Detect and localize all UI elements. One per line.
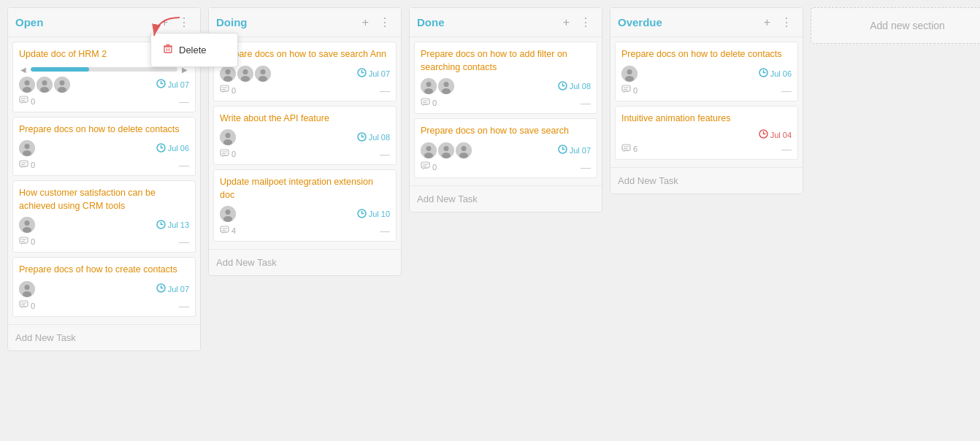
table-row[interactable]: Prepare docs on how to add filter on sea… [414, 42, 597, 114]
svg-rect-69 [221, 150, 229, 156]
task-date-text: Jul 04 [770, 131, 792, 139]
table-row[interactable]: Prepare docs on how to delete contacts J… [12, 117, 196, 177]
task-avatars [220, 66, 271, 82]
task-title: Prepare docs of how to create contacts [19, 264, 189, 277]
comment-icon [19, 96, 28, 107]
column-header-actions-overdue: +⋮ [761, 14, 795, 31]
delete-column-button[interactable]: Delete [151, 38, 237, 62]
task-footer: 0— [19, 236, 189, 248]
task-collapse-button[interactable]: — [179, 159, 189, 171]
svg-point-22 [25, 144, 30, 149]
add-task-icon-done[interactable]: + [560, 15, 573, 31]
svg-point-74 [223, 216, 232, 222]
task-collapse-button[interactable]: — [581, 161, 591, 173]
column-menu-icon-done[interactable]: ⋮ [577, 14, 594, 31]
table-row[interactable]: Update mailpoet integration extension do… [213, 169, 397, 242]
date-clock-icon [357, 209, 367, 220]
column-dropdown-menu: Delete [150, 33, 238, 67]
svg-point-31 [25, 220, 30, 226]
task-avatars [621, 66, 638, 82]
column-menu-icon-overdue[interactable]: ⋮ [778, 14, 795, 31]
column-done: Done+⋮Prepare docs on how to add filter … [409, 7, 602, 212]
add-task-icon-doing[interactable]: + [359, 15, 372, 31]
task-date-text: Jul 13 [168, 220, 189, 229]
task-collapse-button[interactable]: — [179, 96, 189, 107]
task-title: Write about the API feature [220, 112, 390, 126]
comment-number: 0 [31, 97, 35, 106]
column-menu-icon-doing[interactable]: ⋮ [376, 14, 394, 31]
svg-point-55 [261, 69, 266, 74]
task-avatars [19, 140, 35, 156]
task-meta: Jul 07 [220, 66, 390, 82]
svg-point-82 [426, 82, 432, 87]
svg-point-50 [223, 76, 232, 82]
comment-icon [621, 144, 631, 155]
delete-icon [163, 44, 173, 56]
task-comment-count: 0 [220, 149, 236, 160]
task-collapse-button[interactable]: — [581, 97, 591, 109]
add-section-button[interactable]: Add new section [811, 7, 980, 44]
column-header-doing: Doing+⋮ [209, 8, 401, 37]
comment-number: 6 [633, 145, 638, 153]
svg-point-53 [241, 76, 250, 82]
task-collapse-button[interactable]: — [781, 85, 792, 96]
avatar [19, 281, 35, 297]
svg-rect-114 [622, 85, 630, 91]
table-row[interactable]: Prepare docs on how to delete contacts J… [615, 42, 798, 101]
task-collapse-button[interactable]: — [179, 300, 189, 312]
task-comment-count: 0 [421, 98, 437, 109]
task-date-badge: Jul 06 [759, 68, 792, 79]
date-clock-icon [558, 145, 567, 156]
avatar [220, 66, 236, 82]
task-date-badge: Jul 06 [156, 143, 189, 154]
add-task-icon-overdue[interactable]: + [761, 15, 773, 31]
add-new-task-button[interactable]: Add New Task [610, 167, 803, 193]
task-comment-count: 0 [220, 85, 236, 96]
table-row[interactable]: Intuitive animation features Jul 04 6— [615, 106, 798, 161]
progress-bar-fill [31, 67, 89, 72]
task-avatars [421, 78, 454, 94]
avatar [237, 66, 253, 82]
add-new-task-button[interactable]: Add New Task [209, 249, 401, 275]
column-overdue: Overdue+⋮Prepare docs on how to delete c… [610, 7, 803, 194]
svg-point-41 [23, 291, 31, 297]
task-footer: 0— [421, 161, 591, 173]
svg-point-94 [426, 146, 432, 151]
table-row[interactable]: Prepare docs on how to save search Jul 0… [414, 118, 597, 178]
task-comment-count: 4 [220, 226, 236, 237]
table-row[interactable]: Prepare docs of how to create contacts J… [12, 257, 196, 317]
avatar [54, 77, 70, 93]
svg-point-52 [243, 69, 248, 74]
board: Open+⋮ Delete Update doc of HRM 2◀▶ [0, 0, 980, 441]
task-collapse-button[interactable]: — [781, 143, 792, 155]
task-avatars [220, 206, 236, 222]
table-row[interactable]: Write about the API feature Jul 08 0— [213, 106, 397, 166]
progress-prev-button[interactable]: ◀ [19, 66, 28, 74]
task-meta: Jul 06 [19, 140, 189, 156]
task-footer: 0— [19, 159, 189, 171]
task-footer: 6— [621, 143, 792, 155]
column-header-done: Done+⋮ [410, 8, 602, 37]
task-footer: 0— [621, 85, 792, 96]
table-row[interactable]: How customer satisfaction can be achieve… [12, 180, 196, 253]
task-collapse-button[interactable]: — [380, 148, 390, 160]
avatar [438, 78, 454, 94]
task-title: Prepare docs on how to delete contacts [19, 123, 189, 137]
task-collapse-button[interactable]: — [179, 236, 189, 248]
task-comment-count: 0 [19, 160, 35, 171]
svg-point-40 [25, 285, 30, 290]
task-date-badge: Jul 07 [357, 68, 390, 79]
add-new-task-button[interactable]: Add New Task [8, 324, 200, 350]
avatar [421, 142, 437, 158]
comment-icon [220, 149, 229, 160]
column-menu-icon-open[interactable]: ⋮ [175, 14, 193, 31]
comment-number: 0 [231, 150, 236, 158]
table-row[interactable]: Prepare docs on how to save search Ann J… [213, 42, 397, 101]
add-new-task-button[interactable]: Add New Task [410, 185, 602, 212]
add-task-icon-open[interactable]: + [158, 15, 171, 31]
task-collapse-button[interactable]: — [380, 85, 390, 96]
avatar [421, 78, 437, 94]
task-collapse-button[interactable]: — [380, 225, 390, 237]
task-meta: Jul 07 [421, 142, 591, 158]
column-body-overdue: Prepare docs on how to delete contacts J… [610, 37, 803, 164]
